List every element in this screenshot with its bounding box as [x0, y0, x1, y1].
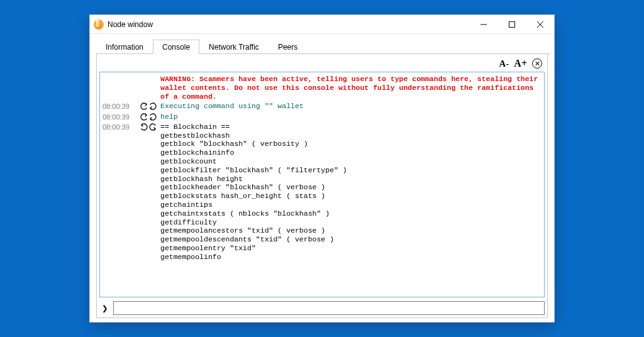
node-window: Node window Information Console Network … — [89, 14, 555, 323]
arrow-in-icon — [139, 102, 160, 110]
console-message: == Blockchain == getbestblockhash getblo… — [160, 123, 540, 262]
svg-rect-1 — [509, 21, 514, 27]
timestamp: 08:00:39 — [103, 123, 139, 131]
timestamp — [103, 75, 139, 75]
titlebar: Node window — [90, 15, 554, 34]
console-message: help — [160, 113, 540, 121]
arrow-in-icon — [139, 113, 160, 121]
font-smaller-button[interactable]: A- — [499, 58, 509, 69]
console-toolbar: A- A+ ✕ — [99, 57, 545, 72]
maximize-button[interactable] — [497, 15, 526, 34]
console-warning-row: WARNING: Scammers have been active, tell… — [103, 75, 540, 101]
tab-peers[interactable]: Peers — [269, 40, 307, 54]
console-output[interactable]: WARNING: Scammers have been active, tell… — [99, 72, 545, 297]
window-controls — [469, 15, 554, 34]
console-input-bar: ❯ — [99, 301, 545, 315]
prompt-icon: ❯ — [99, 302, 111, 314]
close-icon — [537, 21, 543, 28]
tab-information[interactable]: Information — [96, 40, 153, 54]
direction-col — [139, 75, 160, 75]
timestamp: 08:00:39 — [103, 102, 139, 111]
console-page: A- A+ ✕ WARNING: Scammers have been acti… — [96, 54, 548, 318]
minimize-button[interactable] — [469, 15, 497, 34]
console-row: 08:00:39help — [103, 113, 540, 121]
tab-console[interactable]: Console — [153, 40, 199, 54]
console-message: Executing command using "" wallet — [160, 102, 540, 111]
minimize-icon — [480, 21, 487, 28]
maximize-icon — [509, 21, 515, 28]
clear-icon: ✕ — [535, 60, 540, 67]
tab-network-traffic[interactable]: Network Traffic — [199, 40, 269, 54]
warning-text: WARNING: Scammers have been active, tell… — [160, 75, 540, 101]
console-row: 08:00:39Executing command using "" walle… — [103, 102, 540, 111]
clear-console-button[interactable]: ✕ — [532, 58, 542, 69]
tabstrip: Information Console Network Traffic Peer… — [96, 39, 550, 54]
console-input[interactable] — [113, 301, 545, 315]
bitcoin-icon — [94, 19, 104, 30]
client-area: Information Console Network Traffic Peer… — [90, 34, 554, 322]
console-row: 08:00:39== Blockchain == getbestblockhas… — [103, 123, 540, 262]
window-title: Node window — [108, 20, 153, 29]
close-button[interactable] — [526, 15, 554, 34]
font-larger-button[interactable]: A+ — [514, 58, 527, 69]
arrow-out-icon — [139, 123, 160, 131]
timestamp: 08:00:39 — [103, 113, 139, 121]
